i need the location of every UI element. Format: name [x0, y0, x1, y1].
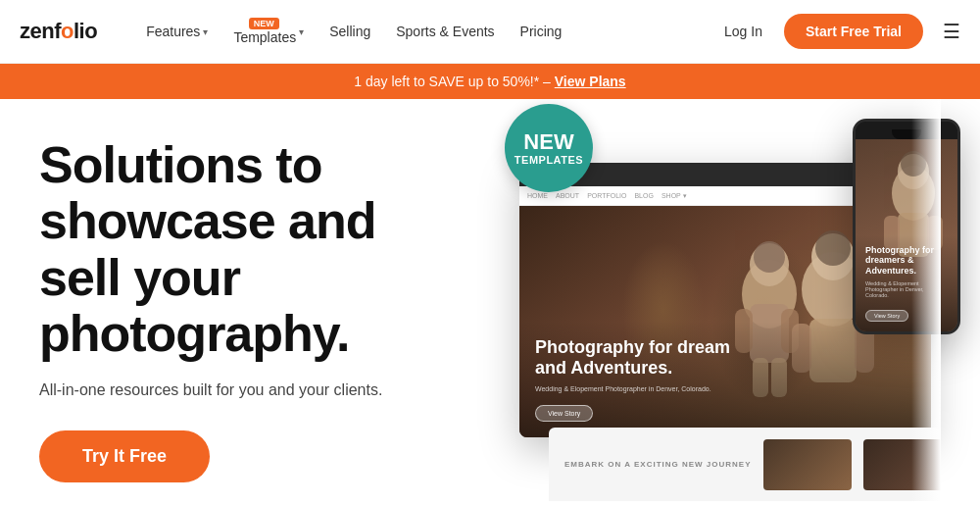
screen-subtitle: Wedding & Elopement Photographer in Denv… [535, 385, 915, 392]
mobile-screen: Photography for dreamers & Adventures. W… [856, 139, 957, 331]
svg-point-10 [815, 230, 851, 266]
logo-text: zenfolio [20, 19, 97, 44]
templates-new-badge: NEW [249, 18, 279, 29]
screen-view-story-btn[interactable]: View Story [535, 405, 593, 422]
navbar: zenfolio Features ▾ NEW Templates ▾ Sell… [0, 0, 980, 64]
features-chevron: ▾ [203, 26, 208, 37]
screen-title: Photography for dreamand Adventures. [535, 337, 915, 379]
hero-section: Solutions to showcase and sell your phot… [0, 99, 980, 501]
strip-label: EMBARK ON A EXCITING NEW JOURNEY [564, 460, 752, 469]
bottom-strip: EMBARK ON A EXCITING NEW JOURNEY [549, 428, 941, 501]
logo-o: o [61, 19, 74, 43]
svg-point-2 [754, 241, 785, 273]
login-button[interactable]: Log In [714, 18, 772, 45]
hero-heading: Solutions to showcase and sell your phot… [39, 137, 510, 362]
start-trial-button[interactable]: Start Free Trial [784, 14, 923, 49]
hero-subtext: All-in-one resources built for you and y… [39, 381, 510, 399]
templates-badge-wrap: NEW Templates [233, 18, 296, 45]
scroll-fade [911, 99, 941, 501]
try-free-button[interactable]: Try It Free [39, 430, 210, 482]
strip-thumb-1 [763, 439, 852, 490]
hero-right: NEW TEMPLATES HOME ABOUT PORTFOLIO BLOG … [510, 99, 941, 501]
nav-links: Features ▾ NEW Templates ▾ Selling Sport… [136, 12, 714, 51]
hero-left: Solutions to showcase and sell your phot… [39, 118, 510, 482]
screen-overlay: Photography for dreamand Adventures. Wed… [519, 322, 931, 437]
logo[interactable]: zenfolio [20, 19, 97, 44]
nav-right: Log In Start Free Trial ☰ [714, 14, 960, 49]
mobile-content: Photography for dreamers & Adventures. W… [856, 235, 957, 331]
mobile-mockup: Photography for dreamers & Adventures. W… [853, 119, 960, 334]
new-templates-badge: NEW TEMPLATES [505, 104, 593, 192]
nav-templates[interactable]: NEW Templates ▾ [223, 12, 314, 51]
view-plans-link[interactable]: View Plans [555, 74, 626, 89]
nav-selling[interactable]: Selling [319, 18, 380, 45]
mobile-view-story-btn[interactable]: View Story [865, 310, 908, 322]
menu-icon[interactable]: ☰ [943, 20, 960, 43]
templates-chevron: ▾ [299, 26, 304, 37]
mobile-notch [856, 122, 957, 139]
nav-sports[interactable]: Sports & Events [386, 18, 504, 45]
nav-pricing[interactable]: Pricing [511, 18, 572, 45]
promo-banner: 1 day left to SAVE up to 50%!* – View Pl… [0, 64, 980, 99]
nav-features[interactable]: Features ▾ [136, 18, 218, 45]
